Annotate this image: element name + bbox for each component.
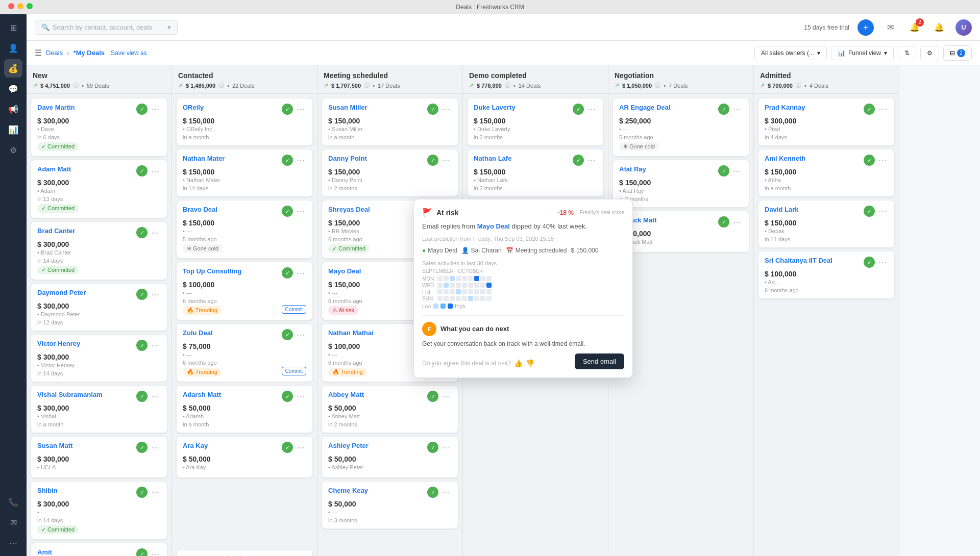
card-action-btn[interactable]: ✓ <box>282 104 293 115</box>
deal-card[interactable]: Afat Ray ✓ ⋯ $ 150,000 • Afat Ray in 3 m… <box>612 160 749 208</box>
card-name[interactable]: Dave Martin <box>37 104 75 111</box>
card-name[interactable]: Susan Miller <box>328 104 368 111</box>
breadcrumb-deals[interactable]: Deals <box>46 49 63 57</box>
deal-card[interactable]: Ashley Peter ✓ ⋯ $ 50,000 • Ashley Peter <box>322 436 458 478</box>
deal-card[interactable]: Adam Matt ✓ ⋯ $ 300,000 • Adam in 13 day… <box>31 160 167 218</box>
card-name[interactable]: Danny Point <box>328 155 367 162</box>
send-email-button[interactable]: Send email <box>575 353 624 369</box>
sort-btn[interactable]: ⇅ <box>898 46 916 60</box>
card-name[interactable]: Afat Ray <box>619 165 646 173</box>
deal-card[interactable]: David Lark ✓ ⋯ $ 150,000 • Depak in 11 d… <box>758 200 895 248</box>
card-name[interactable]: Mayo Deal <box>328 267 361 275</box>
deal-card[interactable]: Susan Miller ✓ ⋯ $ 150,000 • Susan Mille… <box>322 98 458 146</box>
deal-card[interactable]: Bravo Deal ✓ ⋯ $ 150,000 • --- 5 months … <box>176 200 313 259</box>
deal-card[interactable]: Susan Matt ✓ ⋯ $ 300,000 • UCLA <box>31 436 167 478</box>
card-name[interactable]: Nathan Mater <box>183 155 225 162</box>
card-action-btn[interactable]: ✓ <box>282 329 293 340</box>
card-more-btn[interactable]: ⋯ <box>150 340 161 351</box>
card-more-btn[interactable]: ⋯ <box>295 391 306 402</box>
card-action-btn[interactable]: ✓ <box>136 289 148 300</box>
card-more-btn[interactable]: ⋯ <box>731 165 743 176</box>
card-name[interactable]: Adarsh Matt <box>183 391 221 398</box>
sidebar-item-settings[interactable]: ⚙ <box>4 141 22 159</box>
sidebar-item-reports[interactable]: 📊 <box>4 120 22 139</box>
deal-card[interactable]: Duke Laverty ✓ ⋯ $ 150,000 • Duke Lavert… <box>467 98 604 146</box>
card-action-btn[interactable]: ✓ <box>136 487 148 498</box>
sidebar-item-chat[interactable]: 💬 <box>4 80 22 98</box>
card-more-btn[interactable]: ⋯ <box>150 227 161 238</box>
card-action-btn[interactable]: ✓ <box>864 257 875 268</box>
card-more-btn[interactable]: ⋯ <box>295 267 306 279</box>
card-action-btn[interactable]: ✓ <box>282 391 293 402</box>
card-more-btn[interactable]: ⋯ <box>150 487 161 498</box>
card-action-btn[interactable]: ✓ <box>427 442 438 453</box>
card-action-btn[interactable]: ✓ <box>864 104 875 115</box>
deal-card[interactable]: Daymond Peter ✓ ⋯ $ 300,000 • Daymond Pe… <box>31 283 167 331</box>
add-button[interactable]: + <box>857 19 874 36</box>
deal-card[interactable]: Adarsh Matt ✓ ⋯ $ 50,000 • Adarsh in a m… <box>176 385 313 433</box>
search-input-placeholder[interactable]: Search by contact, account, deals <box>53 23 152 31</box>
card-action-btn[interactable]: ✓ <box>136 548 148 556</box>
all-sales-owners-dropdown[interactable]: All sales owners (... ▾ <box>754 46 827 60</box>
deal-card[interactable]: AR Engage Deal ✓ ⋯ $ 250,000 • --- 5 mon… <box>612 98 749 157</box>
deal-card[interactable]: Abbey Matt ✓ ⋯ $ 50,000 • Abbey Matt in … <box>322 385 458 433</box>
deal-card[interactable]: Victor Henrey ✓ ⋯ $ 300,000 • Victor Hen… <box>31 334 167 382</box>
card-action-btn[interactable]: ✓ <box>427 487 438 498</box>
card-name[interactable]: Nathan Mathai <box>328 329 374 337</box>
commit-btn[interactable]: Commit <box>282 305 306 314</box>
card-action-btn[interactable]: ✓ <box>427 104 438 115</box>
card-name[interactable]: Prad Kannay <box>765 104 805 111</box>
card-action-btn[interactable]: ✓ <box>718 165 729 176</box>
alert-btn[interactable]: 🔔 <box>931 19 947 36</box>
card-action-btn[interactable]: ✓ <box>282 442 293 453</box>
user-avatar[interactable]: U <box>955 19 972 36</box>
deal-card[interactable]: Danny Point ✓ ⋯ $ 150,000 • Danny Point … <box>322 149 458 197</box>
card-action-btn[interactable]: ✓ <box>136 104 148 115</box>
card-more-btn[interactable]: ⋯ <box>877 104 888 115</box>
card-name[interactable]: Duke Laverty <box>474 104 516 111</box>
card-name[interactable]: Shibin <box>37 487 58 494</box>
card-more-btn[interactable]: ⋯ <box>440 104 452 115</box>
card-more-btn[interactable]: ⋯ <box>440 442 452 453</box>
card-action-btn[interactable]: ✓ <box>136 442 148 453</box>
deal-card[interactable]: Nathan Mater ✓ ⋯ $ 150,000 • Nathan Mate… <box>176 149 313 197</box>
card-more-btn[interactable]: ⋯ <box>295 155 306 166</box>
deal-card[interactable]: Sri Chaitanya IIT Deal ✓ ⋯ $ 100,000 • A… <box>758 251 895 299</box>
card-more-btn[interactable]: ⋯ <box>586 155 597 166</box>
card-name[interactable]: Victor Henrey <box>37 340 80 347</box>
card-more-btn[interactable]: ⋯ <box>295 206 306 217</box>
card-action-btn[interactable]: ✓ <box>718 216 729 228</box>
card-more-btn[interactable]: ⋯ <box>440 155 452 166</box>
minimize-dot[interactable] <box>17 3 23 9</box>
save-view-link[interactable]: Save view as <box>111 49 147 57</box>
notification-btn[interactable]: 🔔 2 <box>906 19 923 36</box>
card-name[interactable]: Zulu Deal <box>183 329 213 337</box>
card-action-btn[interactable]: ✓ <box>718 104 729 115</box>
card-action-btn[interactable]: ✓ <box>864 155 875 166</box>
card-more-btn[interactable]: ⋯ <box>150 442 161 453</box>
commit-btn[interactable]: Commit <box>282 367 306 375</box>
card-more-btn[interactable]: ⋯ <box>150 165 161 176</box>
sidebar-item-phone[interactable]: 📞 <box>4 493 22 511</box>
card-action-btn[interactable]: ✓ <box>136 340 148 351</box>
card-more-btn[interactable]: ⋯ <box>586 104 597 115</box>
card-name[interactable]: Susan Matt <box>37 442 72 449</box>
sidebar-item-email2[interactable]: ✉ <box>4 513 22 532</box>
card-more-btn[interactable]: ⋯ <box>731 104 743 115</box>
deal-card[interactable]: Barack Matt ✓ ⋯ $ 150,000 • Barack Matt <box>612 211 749 252</box>
deal-card[interactable]: Ami Kenneth ✓ ⋯ $ 150,000 • Abha in a mo… <box>758 149 895 197</box>
card-name[interactable]: Daymond Peter <box>37 289 86 296</box>
deal-card[interactable]: Shibin ✓ ⋯ $ 300,000 • --- in 14 days ✓ … <box>31 481 167 540</box>
card-more-btn[interactable]: ⋯ <box>150 548 161 556</box>
card-name[interactable]: David Lark <box>765 206 798 213</box>
deal-card[interactable]: Prad Kannay ✓ ⋯ $ 300,000 • Prad in 4 da… <box>758 98 895 146</box>
card-action-btn[interactable]: ✓ <box>573 155 584 166</box>
sidebar-item-deals[interactable]: 💰 <box>4 59 22 78</box>
card-name[interactable]: Bravo Deal <box>183 206 217 213</box>
card-action-btn[interactable]: ✓ <box>427 155 438 166</box>
deal-card[interactable]: Nathan Lafe ✓ ⋯ $ 150,000 • Nathan Lafe … <box>467 149 604 197</box>
close-dot[interactable] <box>8 3 14 9</box>
card-name[interactable]: AR Engage Deal <box>619 104 670 111</box>
sidebar-item-contacts[interactable]: 👤 <box>4 39 22 57</box>
deal-card[interactable]: Brad Canter ✓ ⋯ $ 300,000 • Brad Canter … <box>31 221 167 280</box>
